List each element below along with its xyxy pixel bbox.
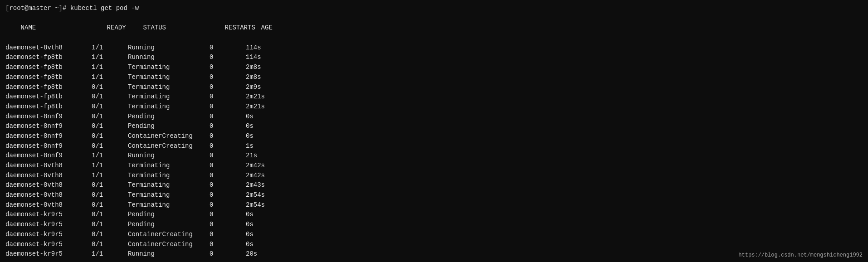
row-name: daemonset-fp8tb xyxy=(5,53,92,63)
row-status: Terminating xyxy=(128,73,210,82)
row-name: daemonset-kr9r5 xyxy=(5,249,92,259)
row-restarts: 0 xyxy=(210,240,246,250)
row-ready: 0/1 xyxy=(92,180,128,190)
row-status: Pending xyxy=(128,112,210,122)
row-status: Terminating xyxy=(128,102,210,112)
row-name: daemonset-8vth8 xyxy=(5,180,92,190)
table-row: daemonset-kr9r51/1Running020s xyxy=(5,249,863,259)
table-row: daemonset-8nnf90/1Pending00s xyxy=(5,112,863,122)
row-status: Terminating xyxy=(128,82,210,92)
row-status: Terminating xyxy=(128,180,210,190)
terminal: [root@master ~]# kubectl get pod -w NAME… xyxy=(0,0,868,262)
row-restarts: 0 xyxy=(210,249,246,259)
row-ready: 1/1 xyxy=(92,161,128,171)
row-restarts: 0 xyxy=(210,230,246,240)
row-name: daemonset-kr9r5 xyxy=(5,210,92,220)
row-restarts: 0 xyxy=(210,180,246,190)
row-status: Pending xyxy=(128,210,210,220)
row-name: daemonset-kr9r5 xyxy=(5,240,92,250)
table-row: daemonset-kr9r50/1ContainerCreating00s xyxy=(5,230,863,240)
row-age: 1s xyxy=(246,141,254,151)
row-ready: 1/1 xyxy=(92,73,128,82)
row-ready: 0/1 xyxy=(92,210,128,220)
row-ready: 0/1 xyxy=(92,112,128,122)
row-status: Terminating xyxy=(128,200,210,210)
row-age: 114s xyxy=(246,43,261,53)
row-age: 20s xyxy=(246,249,257,259)
header-ready: READY xyxy=(107,23,143,33)
row-restarts: 0 xyxy=(210,220,246,230)
row-status: Terminating xyxy=(128,161,210,171)
row-ready: 0/1 xyxy=(92,92,128,102)
table-row: daemonset-8vth80/1Terminating02m54s xyxy=(5,200,863,210)
table-row: daemonset-fp8tb0/1Terminating02m21s xyxy=(5,102,863,112)
row-name: daemonset-8vth8 xyxy=(5,200,92,210)
row-age: 2m43s xyxy=(246,180,265,190)
table-body: daemonset-8vth81/1Running0114sdaemonset-… xyxy=(5,43,863,259)
row-name: daemonset-8vth8 xyxy=(5,190,92,200)
table-row: daemonset-8nnf90/1ContainerCreating00s xyxy=(5,131,863,141)
row-ready: 0/1 xyxy=(92,200,128,210)
table-row: daemonset-8vth80/1Terminating02m54s xyxy=(5,190,863,200)
table-row: daemonset-kr9r50/1ContainerCreating00s xyxy=(5,240,863,250)
row-name: daemonset-8nnf9 xyxy=(5,121,92,131)
table-row: daemonset-fp8tb0/1Terminating02m21s xyxy=(5,92,863,102)
row-ready: 0/1 xyxy=(92,240,128,250)
row-ready: 1/1 xyxy=(92,151,128,161)
row-status: Running xyxy=(128,53,210,63)
table-row: daemonset-fp8tb1/1Terminating02m8s xyxy=(5,63,863,73)
row-age: 21s xyxy=(246,151,257,161)
row-ready: 0/1 xyxy=(92,190,128,200)
row-ready: 0/1 xyxy=(92,220,128,230)
row-age: 114s xyxy=(246,53,261,63)
row-status: ContainerCreating xyxy=(128,131,210,141)
row-ready: 1/1 xyxy=(92,43,128,53)
row-restarts: 0 xyxy=(210,171,246,181)
row-age: 0s xyxy=(246,240,254,250)
row-name: daemonset-8nnf9 xyxy=(5,112,92,122)
table-header: NAMEREADYSTATUSRESTARTSAGE xyxy=(5,14,863,43)
row-status: ContainerCreating xyxy=(128,240,210,250)
row-restarts: 0 xyxy=(210,210,246,220)
row-age: 2m8s xyxy=(246,73,261,82)
row-status: Running xyxy=(128,43,210,53)
row-restarts: 0 xyxy=(210,151,246,161)
header-name: NAME xyxy=(21,23,107,33)
row-restarts: 0 xyxy=(210,92,246,102)
row-restarts: 0 xyxy=(210,112,246,122)
row-restarts: 0 xyxy=(210,190,246,200)
row-status: Terminating xyxy=(128,92,210,102)
header-age: AGE xyxy=(261,23,273,33)
row-name: daemonset-8nnf9 xyxy=(5,131,92,141)
table-row: daemonset-8vth80/1Terminating02m43s xyxy=(5,180,863,190)
row-ready: 0/1 xyxy=(92,230,128,240)
header-status: STATUS xyxy=(143,23,225,33)
table-row: daemonset-8nnf90/1Pending00s xyxy=(5,121,863,131)
row-status: Terminating xyxy=(128,63,210,73)
row-age: 2m54s xyxy=(246,200,265,210)
row-name: daemonset-fp8tb xyxy=(5,102,92,112)
row-restarts: 0 xyxy=(210,63,246,73)
row-age: 2m42s xyxy=(246,171,265,181)
watermark: https://blog.csdn.net/mengshicheng1992 xyxy=(738,252,863,258)
row-status: Pending xyxy=(128,220,210,230)
row-name: daemonset-kr9r5 xyxy=(5,230,92,240)
row-age: 2m54s xyxy=(246,190,265,200)
row-ready: 0/1 xyxy=(92,121,128,131)
table-row: daemonset-8vth81/1Terminating02m42s xyxy=(5,161,863,171)
row-restarts: 0 xyxy=(210,161,246,171)
row-status: Terminating xyxy=(128,190,210,200)
row-status: ContainerCreating xyxy=(128,141,210,151)
table-row: daemonset-8nnf91/1Running021s xyxy=(5,151,863,161)
row-status: ContainerCreating xyxy=(128,230,210,240)
row-status: Pending xyxy=(128,121,210,131)
row-restarts: 0 xyxy=(210,200,246,210)
row-age: 0s xyxy=(246,230,254,240)
row-restarts: 0 xyxy=(210,73,246,82)
row-name: daemonset-8nnf9 xyxy=(5,141,92,151)
row-name: daemonset-8vth8 xyxy=(5,43,92,53)
row-ready: 0/1 xyxy=(92,82,128,92)
row-status: Terminating xyxy=(128,171,210,181)
row-restarts: 0 xyxy=(210,102,246,112)
row-ready: 1/1 xyxy=(92,171,128,181)
